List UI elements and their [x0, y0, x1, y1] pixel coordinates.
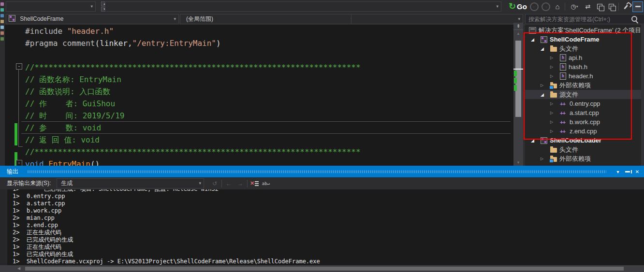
pin-button[interactable]	[623, 167, 632, 176]
current-line-highlight	[21, 121, 511, 134]
toolbar-combo-1[interactable]: ▾	[6, 1, 96, 12]
output-horizontal-scrollbar[interactable]: ◀	[0, 265, 644, 272]
tree-item[interactable]: ▷++b.work.cpp	[525, 117, 644, 127]
go-button[interactable]: ↻ Go	[507, 0, 528, 12]
code-segment: #include	[25, 27, 67, 36]
search-icon[interactable]	[631, 16, 637, 22]
go-button-label: Go	[517, 2, 527, 11]
tree-expander-icon[interactable]: ▷	[548, 111, 560, 115]
scroll-left-button[interactable]: ◀	[16, 266, 22, 271]
tree-expander-icon[interactable]: ▷	[548, 120, 560, 124]
tree-item[interactable]: ▷外部依赖项	[525, 154, 644, 163]
tree-expander-icon[interactable]: ◢	[539, 92, 550, 97]
dock-icon[interactable]	[0, 26, 4, 29]
tree-expander-icon[interactable]: ◢	[529, 138, 541, 143]
tree-item[interactable]: ◢头文件	[525, 44, 644, 53]
scroll-up-button[interactable]: ▲	[513, 31, 523, 37]
dock-icon[interactable]	[0, 2, 4, 6]
header-file-icon: h	[560, 63, 566, 71]
tree-expander-icon[interactable]: ▷	[548, 56, 560, 60]
clear-all-lines	[255, 181, 259, 186]
tree-item[interactable]: ▷++0.entry.cpp	[525, 99, 644, 108]
dock-icon[interactable]	[0, 31, 4, 35]
editor-vertical-scrollbar[interactable]: ⇕ ▲ ▼	[513, 25, 523, 166]
dock-icon[interactable]	[0, 14, 4, 17]
split-editor-handle[interactable]: ⇕	[513, 23, 523, 30]
visual-studio-window: ▾ ▲ ▼ ▾ ↻ Go ← → ⌂ ◷▾ ⇄	[0, 0, 644, 272]
properties-button[interactable]	[621, 1, 631, 12]
code-editor[interactable]: #include "header.h"#pragma comment(linke…	[5, 25, 513, 166]
scope-dropdown[interactable]: (全局范围) ▾	[180, 14, 356, 24]
code-line[interactable]: // 返 回 值: void	[5, 134, 513, 146]
tree-item[interactable]: ◢源文件	[525, 90, 644, 99]
tree-expander-icon[interactable]: ▷	[548, 129, 560, 133]
tree-item[interactable]: ▷外部依赖项	[525, 81, 644, 90]
solution-explorer-scrollbar[interactable]	[641, 25, 644, 166]
code-segment: // 函数说明: 入口函数	[25, 87, 110, 96]
titlebar-grip	[27, 170, 606, 173]
tree-item[interactable]: ▷hapi.h	[525, 53, 644, 62]
output-source-label: 显示输出来源(S):	[7, 179, 51, 187]
tree-expander-icon[interactable]: ◢	[529, 37, 541, 42]
code-line[interactable]	[5, 49, 513, 61]
output-content[interactable]: 1>------ 已启动生成: 项目: ShellCodeFrame, 配置: …	[0, 189, 644, 265]
home-button[interactable]: ⌂	[552, 1, 563, 12]
fold-marker[interactable]: -	[16, 63, 22, 70]
output-source-dropdown[interactable]: 生成 ▾	[57, 178, 204, 188]
view-code-button[interactable]	[606, 1, 616, 12]
filter-button[interactable]: ◷▾	[567, 1, 582, 12]
tree-item[interactable]: 头文件	[525, 145, 644, 154]
tree-expander-icon[interactable]: ▷	[539, 157, 550, 161]
output-line: 2> mian.cpp	[13, 215, 320, 222]
dock-icon[interactable]	[0, 37, 4, 41]
solution-explorer-search-input[interactable]	[525, 14, 644, 24]
code-line[interactable]: // 时 间: 2019/5/19	[5, 110, 513, 122]
code-line[interactable]: // 函数说明: 入口函数	[5, 86, 513, 98]
next-message-button[interactable]: →	[234, 179, 246, 188]
code-line[interactable]: // 函数名称: EntryMain	[5, 73, 513, 86]
caret-position-marker	[513, 69, 523, 70]
clear-all-button[interactable]: ✕	[249, 179, 260, 188]
fold-marker[interactable]: -	[16, 160, 22, 166]
project-scope-dropdown[interactable]: ShellCodeFrame ▾	[6, 14, 179, 24]
tree-expander-icon[interactable]: ▷	[548, 101, 560, 106]
tree-item[interactable]: ▷hhash.h	[525, 62, 644, 72]
output-panel-titlebar[interactable]: 输出 ▾ ✕	[0, 166, 644, 177]
project-scope-value: ShellCodeFrame	[20, 15, 63, 22]
back-button[interactable]: ←	[529, 1, 540, 12]
forward-button[interactable]: →	[541, 1, 551, 12]
member-dropdown[interactable]: ▾	[351, 14, 523, 24]
toolbar-combo-2[interactable]: ▾	[105, 1, 501, 12]
show-all-files-button[interactable]	[594, 1, 605, 12]
toggle-word-wrap-button[interactable]: ab↵	[260, 179, 272, 188]
refresh-button[interactable]: ⇄	[583, 1, 593, 12]
tree-item[interactable]: ◢ShellCodeLoader	[525, 136, 644, 145]
code-line[interactable]: #include "header.h"	[5, 25, 513, 37]
code-line[interactable]: void EntryMain()	[5, 158, 513, 166]
close-button[interactable]: ✕	[632, 167, 642, 176]
goto-source-button[interactable]: ↺	[209, 179, 220, 188]
code-line[interactable]: // 作 者: GuiShou	[5, 98, 513, 110]
tree-item[interactable]: ▷++z.end.cpp	[525, 127, 644, 136]
tree-expander-icon[interactable]: ▷	[548, 65, 560, 69]
tree-item[interactable]: ▷hheader.h	[525, 72, 644, 81]
tree-expander-icon[interactable]: ▷	[548, 74, 560, 78]
code-line[interactable]: //**************************************…	[5, 61, 513, 73]
previous-message-button[interactable]: ←	[223, 179, 234, 188]
tree-expander-icon[interactable]: ◢	[539, 46, 550, 51]
tree-item[interactable]: 解决方案'ShellCodeFrame' (2 个项目)	[525, 26, 644, 35]
dock-icon[interactable]	[0, 20, 4, 23]
scrollbar-thumb[interactable]	[25, 267, 624, 271]
preview-selected-items-button[interactable]	[632, 1, 643, 12]
home-icon: ⌂	[555, 2, 559, 11]
code-line[interactable]: //**************************************…	[5, 146, 513, 158]
window-position-button[interactable]: ▾	[613, 167, 623, 176]
output-line: 1> ShellCodeFrame.vcxproj -> E:\VS2013Pr…	[13, 258, 320, 265]
dock-icon[interactable]	[0, 8, 4, 12]
tree-item[interactable]: ▷++a.start.cpp	[525, 108, 644, 117]
code-line[interactable]: #pragma comment(linker,"/entry:EntryMain…	[5, 37, 513, 49]
tree-expander-icon[interactable]: ▷	[539, 83, 550, 87]
scroll-down-button[interactable]: ▼	[513, 160, 523, 166]
output-line: 1> b.work.cpp	[13, 207, 320, 215]
tree-item[interactable]: ◢ShellCodeFrame	[525, 35, 644, 44]
